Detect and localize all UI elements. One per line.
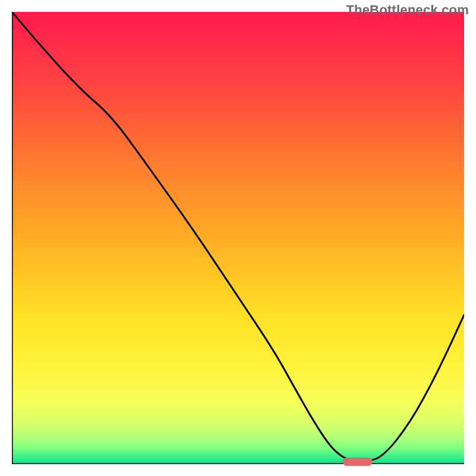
plateau-marker — [343, 458, 372, 466]
chart-container: TheBottleneck.com — [0, 0, 476, 476]
watermark-text: TheBottleneck.com — [346, 2, 469, 18]
bottleneck-curve — [12, 12, 464, 464]
